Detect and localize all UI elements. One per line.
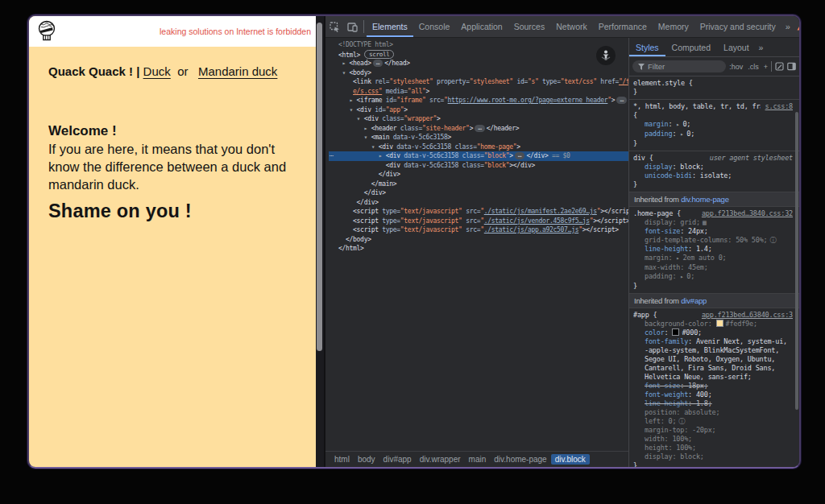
css-property[interactable]: display: grid;▦ <box>633 218 793 227</box>
breadcrumb-item[interactable]: html <box>330 454 354 465</box>
breadcrumb-item[interactable]: div.block <box>551 454 590 465</box>
color-swatch-icon[interactable] <box>716 320 723 327</box>
panel-layout-icon[interactable] <box>787 62 796 71</box>
breadcrumb-item[interactable]: div.home-page <box>490 454 550 465</box>
inherited-from-link[interactable]: div#app <box>681 296 707 305</box>
css-property[interactable]: line-height: 1.8; <box>633 399 793 408</box>
more-tabs-chevron[interactable]: » <box>781 23 794 31</box>
dom-tree-line[interactable]: </div> <box>329 170 628 180</box>
stylesheet-source-link[interactable]: s.css:8 <box>761 102 793 111</box>
css-property[interactable]: position: absolute; <box>633 408 793 417</box>
color-swatch-icon[interactable] <box>672 328 679 336</box>
breadcrumb-item[interactable]: div#app <box>379 454 416 465</box>
dom-tree-line[interactable]: ▸ <iframe id="iframe" src="https://www.r… <box>329 96 628 105</box>
styles-toolbar-button[interactable]: + <box>764 63 768 71</box>
dom-tree-line[interactable]: </main> <box>329 180 628 189</box>
tab-console[interactable]: Console <box>413 16 456 37</box>
dom-tree-line[interactable]: ▸ <head>…</head> <box>329 59 628 68</box>
css-property[interactable]: margin: ▸ 2em auto 0; <box>633 254 793 263</box>
css-property[interactable]: grid-template-columns: 50% 50%;ⓘ <box>633 236 793 245</box>
css-property[interactable]: height: 100%; <box>633 444 793 452</box>
css-property[interactable]: background-color: #fedf9e; <box>633 320 793 328</box>
dom-tree-line[interactable]: </html> <box>329 244 628 254</box>
breadcrumb-item[interactable]: main <box>465 454 491 465</box>
stylesheet-source-link[interactable]: app.f213bed…63840.css:3 <box>697 311 793 320</box>
dom-tree-line[interactable]: <div data-v-5c6c3158 class="block"></div… <box>329 161 628 171</box>
dom-tree-line[interactable]: ▸ <header class="site-header">…</header> <box>329 124 628 134</box>
dom-tree-line[interactable]: ▾ <div id="app"> <box>329 105 628 115</box>
expand-ellipsis-icon[interactable]: … <box>515 152 525 159</box>
dom-tree-line[interactable]: <script type="text/javascript" src="./st… <box>329 225 628 235</box>
css-property[interactable]: padding: ▸ 0; <box>633 272 793 282</box>
styles-tab-styles[interactable]: Styles <box>629 38 665 56</box>
page-scrollbar-thumb[interactable] <box>317 23 322 351</box>
dom-tree-line[interactable]: ▾ <div data-v-5c6c3158 class="home-page"… <box>329 143 628 152</box>
expand-ellipsis-icon[interactable]: … <box>373 60 383 67</box>
breadcrumb-item[interactable]: div.wrapper <box>416 454 465 465</box>
css-property[interactable]: color: #000; <box>633 328 793 337</box>
dom-tree-line[interactable]: <script type="text/javascript" src="./st… <box>329 207 628 217</box>
tab-sources[interactable]: Sources <box>508 16 551 37</box>
tab-performance[interactable]: Performance <box>593 16 653 37</box>
inspect-element-icon[interactable] <box>325 18 343 35</box>
css-property[interactable]: font-size: 24px; <box>633 227 793 236</box>
dom-tree-line[interactable]: </div> <box>329 188 628 198</box>
css-property[interactable]: unicode-bidi: isolate; <box>633 171 793 180</box>
styles-toolbar-button[interactable]: :hov <box>729 63 743 71</box>
device-toolbar-icon[interactable] <box>343 18 361 35</box>
css-property[interactable]: max-width: 45em; <box>633 263 793 272</box>
css-property[interactable]: width: 100%; <box>633 435 793 444</box>
or-label: or <box>177 64 188 78</box>
breadcrumb-item[interactable]: body <box>354 454 379 465</box>
styles-more-tabs-chevron[interactable]: » <box>756 43 767 52</box>
rendering-brush-icon[interactable] <box>775 62 784 71</box>
dom-tree-line[interactable]: </body> <box>329 235 628 245</box>
stylesheet-source-link[interactable]: app.f213bed…3840.css:32 <box>697 209 793 218</box>
grid-editor-icon[interactable]: ▦ <box>703 219 707 226</box>
tab-elements[interactable]: Elements <box>367 16 413 37</box>
duck-link[interactable]: Duck <box>143 64 171 78</box>
styles-filter-input[interactable]: Filter <box>632 60 726 72</box>
css-property[interactable]: left: 0;ⓘ <box>633 417 793 426</box>
tab-network[interactable]: Network <box>550 16 593 37</box>
expand-ellipsis-icon[interactable]: … <box>616 97 627 104</box>
css-property[interactable]: display: block; <box>633 452 793 461</box>
mandarin-duck-link[interactable]: Mandarin duck <box>198 64 277 78</box>
styles-toolbar-button[interactable]: .cls <box>748 63 759 71</box>
css-property[interactable]: padding: ▸ 0; <box>633 130 793 139</box>
dom-tree-line[interactable]: ▾ <div class="wrapper"> <box>329 114 628 124</box>
styles-scrollbar-thumb[interactable] <box>795 112 798 410</box>
accessibility-person-icon[interactable] <box>596 46 616 65</box>
expand-ellipsis-icon[interactable]: … <box>475 125 485 132</box>
rootme-skull-logo[interactable] <box>35 19 58 43</box>
tab-memory[interactable]: Memory <box>653 16 694 37</box>
dom-tree-line[interactable]: e/s.css" media="all"> <box>329 87 628 97</box>
inherited-from-link[interactable]: div.home-page <box>681 195 729 204</box>
css-property[interactable]: font-family: Avenir Next, system-ui, -ap… <box>633 337 793 382</box>
dom-tree-line[interactable]: <html>scroll <box>329 50 628 60</box>
css-property[interactable]: margin: ▸ 0; <box>633 120 793 130</box>
css-property[interactable]: display: block; <box>633 163 793 171</box>
warnings-badge[interactable]: 1 <box>797 23 801 31</box>
css-property[interactable]: font-size: 18px; <box>633 382 793 390</box>
devtools-tabs: ElementsConsoleApplicationSourcesNetwork… <box>367 16 781 37</box>
dom-tree-line[interactable]: </div> <box>329 198 628 208</box>
dom-tree-line[interactable]: ▾ <main data-v-5c6c3158> <box>329 133 628 143</box>
styles-tab-layout[interactable]: Layout <box>717 38 756 56</box>
tab-privacy-and-security[interactable]: Privacy and security <box>694 16 781 37</box>
info-icon: ⓘ <box>678 418 685 425</box>
tab-application[interactable]: Application <box>455 16 508 37</box>
css-property[interactable]: line-height: 1.4; <box>633 245 793 254</box>
dom-tree-line[interactable]: <script type="text/javascript" src="./st… <box>329 217 628 226</box>
inherited-from-text: Inherited from <box>634 195 681 204</box>
dom-tree-line[interactable]: <link rel="stylesheet" property="stylesh… <box>329 77 628 87</box>
dom-tree-line[interactable]: ⋯ ▸ <div data-v-5c6c3158 class="block">…… <box>329 151 628 161</box>
css-property[interactable]: font-weight: 400; <box>633 390 793 399</box>
page-title: Quack Quack ! | Duck or Mandarin duck <box>48 64 292 78</box>
devtools-main: <!DOCTYPE html><html>scroll ▸ <head>…</h… <box>325 38 799 467</box>
dom-tree-line[interactable]: <!DOCTYPE html> <box>329 40 628 50</box>
css-property[interactable]: margin-top: -20px; <box>633 426 793 435</box>
dom-tree-line[interactable]: ▾ <body> <box>329 68 628 78</box>
hidden-gutter-dots: ⋯ <box>330 151 334 161</box>
styles-tab-computed[interactable]: Computed <box>665 38 717 56</box>
